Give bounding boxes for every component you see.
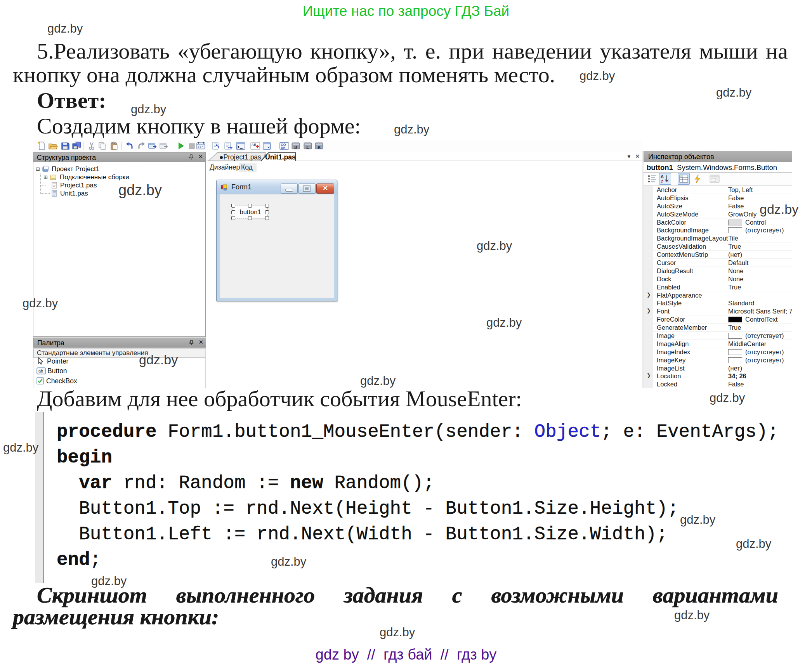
svg-text:L: L <box>306 145 309 149</box>
svg-text:D: D <box>294 145 297 149</box>
svg-text:ab: ab <box>38 369 43 373</box>
svg-text:AB: AB <box>252 143 256 147</box>
svg-text:A: A <box>661 174 664 179</box>
svg-text:DE: DE <box>281 146 286 150</box>
svg-text:Z: Z <box>661 179 663 184</box>
svg-text:R: R <box>318 145 321 149</box>
